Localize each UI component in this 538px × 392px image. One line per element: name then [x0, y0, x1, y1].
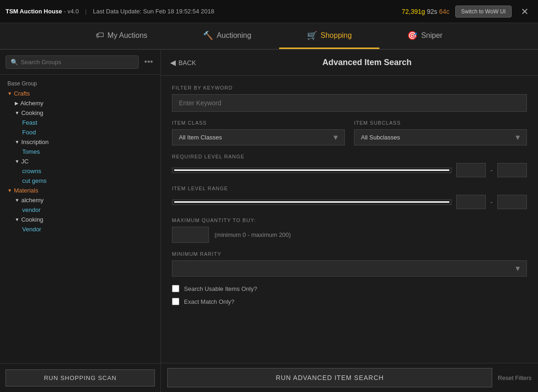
item-class-label: ITEM CLASS: [172, 120, 345, 126]
exact-match-row: Exact Match Only?: [172, 298, 527, 305]
req-level-range-row: 0 - 110: [172, 163, 527, 177]
tab-shopping-label: Shopping: [321, 31, 352, 40]
my-auctions-icon: 🏷: [96, 30, 104, 40]
back-label: BACK: [178, 59, 196, 66]
tree-item-feast[interactable]: Feast: [0, 118, 160, 127]
tree-item-cooking[interactable]: ▼ Cooking: [0, 108, 160, 118]
tree-item-tomes[interactable]: Tomes: [0, 147, 160, 157]
titlebar: TSM Auction House - v4.0 | Last Data Upd…: [0, 0, 538, 23]
sidebar: 🔍 ••• Base Group ▼ Crafts ▶ Alchemy ▼ Co…: [0, 50, 161, 392]
back-arrow-icon: ◀: [170, 58, 176, 67]
more-options-button[interactable]: •••: [142, 55, 155, 69]
materials-arrow: ▼: [7, 188, 12, 193]
close-button[interactable]: ✕: [517, 4, 532, 19]
search-input[interactable]: [21, 59, 134, 66]
item-class-select[interactable]: All Item Classes Weapon Armor Container …: [172, 129, 345, 145]
tree-item-vendor[interactable]: vendor: [0, 205, 160, 215]
tree-item-cooking2[interactable]: ▼ Cooking: [0, 215, 160, 224]
app-name: TSM Auction House: [6, 8, 62, 15]
tree-label-vendor2: Vendor: [22, 226, 41, 233]
tab-my-auctions[interactable]: 🏷 My Auctions: [68, 23, 175, 49]
keyword-input[interactable]: [172, 94, 527, 112]
item-level-dash: -: [490, 198, 493, 206]
req-level-max-input[interactable]: 110: [497, 163, 527, 177]
tree-item-jc[interactable]: ▼ JC: [0, 157, 160, 166]
tree-label-alchemy2: alchemy: [21, 197, 43, 204]
item-level-slider[interactable]: [172, 199, 452, 205]
rarity-select-wrap: Poor Common Uncommon Rare Epic Legendary…: [172, 260, 527, 277]
tree-label-materials: Materials: [14, 187, 38, 194]
last-update: Last Data Update: Sun Feb 18 19:52:54 20…: [93, 8, 214, 15]
item-level-min-input[interactable]: 0: [456, 195, 486, 209]
tab-auctioning[interactable]: 🔨 Auctioning: [175, 23, 279, 49]
tree-label-feast: Feast: [22, 119, 37, 126]
req-level-dash: -: [490, 166, 493, 175]
item-subclass-select-wrap: All Subclasses ▼: [354, 129, 527, 145]
max-qty-input[interactable]: [172, 227, 209, 243]
content-footer: RUN ADVANCED ITEM SEARCH Reset Filters: [161, 363, 538, 392]
item-subclass-label: ITEM SUBCLASS: [354, 120, 527, 126]
tree-item-alchemy2[interactable]: ▼ alchemy: [0, 195, 160, 205]
crafts-arrow: ▼: [7, 91, 12, 96]
main-layout: 🔍 ••• Base Group ▼ Crafts ▶ Alchemy ▼ Co…: [0, 50, 538, 392]
item-level-fill: [174, 201, 449, 203]
tree-item-crowns[interactable]: crowns: [0, 166, 160, 176]
back-button[interactable]: ◀ BACK: [170, 58, 196, 67]
tree-label-jc: JC: [21, 158, 29, 165]
item-class-col: ITEM CLASS All Item Classes Weapon Armor…: [172, 120, 345, 145]
tree-label-tomes: Tomes: [22, 148, 40, 155]
tree-item-food[interactable]: Food: [0, 127, 160, 137]
tree-label-crowns: crowns: [22, 168, 41, 175]
item-class-select-wrap: All Item Classes Weapon Armor Container …: [172, 129, 345, 145]
tab-sniper[interactable]: 🎯 Sniper: [379, 23, 470, 49]
run-advanced-search-button[interactable]: RUN ADVANCED ITEM SEARCH: [167, 368, 492, 387]
req-level-slider[interactable]: [172, 168, 452, 173]
alchemy-arrow: ▶: [15, 101, 18, 106]
tree-label-food: Food: [22, 129, 36, 136]
tree-label-vendor: vendor: [22, 206, 41, 213]
tree-item-crafts[interactable]: ▼ Crafts: [0, 89, 160, 98]
cooking2-arrow: ▼: [15, 217, 19, 222]
run-shopping-scan-button[interactable]: RUN SHOPPING SCAN: [6, 369, 155, 386]
exact-match-label: Exact Match Only?: [184, 298, 234, 305]
base-group-label: Base Group: [0, 78, 160, 89]
item-level-max-input[interactable]: 1000: [497, 195, 527, 209]
cooking-arrow: ▼: [15, 110, 19, 115]
search-input-wrap[interactable]: 🔍: [6, 55, 139, 69]
req-level-min-input[interactable]: 0: [456, 163, 486, 177]
tree-item-alchemy[interactable]: ▶ Alchemy: [0, 98, 160, 108]
filter-item-level-section: ITEM LEVEL RANGE 0 - 1000: [172, 186, 527, 209]
copper-amount: 64: [439, 8, 446, 15]
silver-amount: 92: [427, 8, 434, 15]
item-subclass-col: ITEM SUBCLASS All Subclasses ▼: [354, 120, 527, 145]
tree-label-cooking2: Cooking: [21, 216, 43, 223]
filter-keyword-label: FILTER BY KEYWORD: [172, 85, 527, 90]
jc-arrow: ▼: [15, 159, 19, 164]
sniper-icon: 🎯: [407, 30, 417, 41]
content-title: Advanced Item Search: [205, 58, 529, 67]
shopping-icon: 🛒: [307, 30, 317, 41]
sidebar-bottom: RUN SHOPPING SCAN: [0, 363, 160, 392]
tree-item-vendor2[interactable]: Vendor: [0, 224, 160, 234]
tree-item-cut-gems[interactable]: cut gems: [0, 176, 160, 186]
search-icon: 🔍: [11, 59, 18, 66]
alchemy2-arrow: ▼: [15, 198, 19, 203]
reset-filters-button[interactable]: Reset Filters: [498, 374, 532, 381]
filter-checkboxes-section: Search Usable Items Only? Exact Match On…: [172, 285, 527, 305]
content-header: ◀ BACK Advanced Item Search: [161, 50, 538, 76]
usable-items-checkbox[interactable]: [172, 285, 179, 292]
switch-ui-button[interactable]: Switch to WoW UI: [455, 6, 512, 18]
sidebar-tree: Base Group ▼ Crafts ▶ Alchemy ▼ Cooking …: [0, 75, 160, 363]
usable-items-row: Search Usable Items Only?: [172, 285, 527, 292]
tab-auctioning-label: Auctioning: [217, 31, 251, 40]
exact-match-checkbox[interactable]: [172, 298, 179, 305]
filter-keyword-section: FILTER BY KEYWORD: [172, 85, 527, 112]
tree-item-materials[interactable]: ▼ Materials: [0, 186, 160, 195]
rarity-select[interactable]: Poor Common Uncommon Rare Epic Legendary: [172, 260, 527, 277]
tab-shopping[interactable]: 🛒 Shopping: [279, 23, 380, 49]
usable-items-label: Search Usable Items Only?: [184, 285, 257, 292]
item-subclass-select[interactable]: All Subclasses: [354, 129, 527, 145]
tree-item-inscription[interactable]: ▼ Inscription: [0, 137, 160, 147]
app-version: - v4.0: [64, 8, 79, 15]
currency-display: 72,391g 92s 64c: [402, 8, 450, 15]
